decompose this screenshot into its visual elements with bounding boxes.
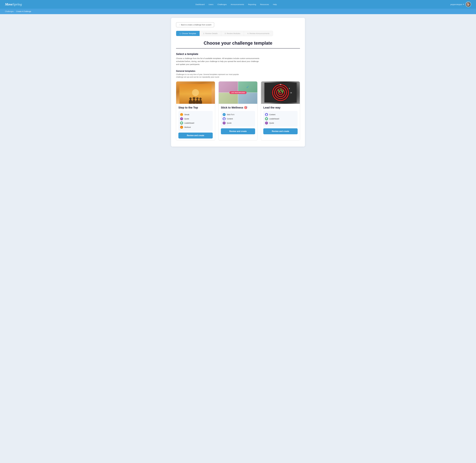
step-1[interactable]: 1. Choose Template (176, 31, 200, 36)
card-image-2: ✓ LAST RUN 09/01/2023 (219, 81, 257, 104)
nav-right: pepperstepper ▾ 🐕 (450, 2, 471, 7)
module-quote-2-label: Quote (227, 122, 231, 124)
step-3[interactable]: 3. Review Modules (221, 31, 244, 36)
content-card: ← Back to create a challenge from scratc… (171, 18, 305, 147)
breadcrumb-parent[interactable]: Challenges (5, 10, 14, 12)
section-title: Select a template (176, 53, 300, 56)
card-image-cell-2: ✓ (238, 81, 257, 92)
navbar: MoveSpring Dashboard Users Challenges An… (0, 0, 476, 9)
module-leaderboard: 📊 Leaderboard (180, 121, 211, 125)
checkmark-icon: ✓ (246, 85, 249, 89)
module-quote-2: ❝ Quote (223, 121, 254, 125)
avatar-image: 🐕 (466, 2, 471, 7)
streak-icon: 🔥 (180, 113, 183, 116)
step-2[interactable]: 2. Review Details (200, 31, 221, 36)
module-leaderboard-3-label: Leaderboard (269, 118, 279, 120)
workout-icon: 💪 (180, 126, 183, 129)
svg-text:6: 6 (289, 88, 290, 89)
svg-point-11 (199, 98, 202, 100)
module-leaderboard-3: 📊 Leaderboard (265, 117, 296, 121)
dartboard-svg: 20 6 13 (264, 83, 297, 103)
card-image-1 (176, 81, 215, 104)
template-card-lead-the-way: 20 6 13 (261, 81, 300, 140)
svg-text:20: 20 (280, 84, 281, 85)
module-workout-label: Workout (184, 126, 191, 128)
leaderboard-icon-3: 📊 (265, 117, 268, 120)
back-button[interactable]: ← Back to create a challenge from scratc… (176, 22, 214, 27)
nav-help[interactable]: Help (273, 3, 277, 5)
template-card-step-to-top: Step to the Top 🔥 Streak ❝ Quote 📊 Lea (176, 81, 215, 140)
card-title-3: Lead the way (263, 106, 298, 109)
module-stick: ✔ Stick To It (223, 112, 254, 117)
module-quote-3-label: Quote (269, 122, 274, 124)
breadcrumb-current: Create A Challenge (16, 10, 31, 12)
steps-bar: 1. Choose Template 2. Review Details 3. … (176, 31, 273, 36)
leaderboard-icon: 📊 (180, 122, 183, 125)
page-title: Choose your challenge template (176, 41, 300, 46)
main-wrapper: ← Back to create a challenge from scratc… (0, 14, 476, 153)
review-create-button-1[interactable]: Review and create (178, 133, 213, 139)
nav-announcements[interactable]: Announcements (231, 3, 244, 5)
card-title-1: Step to the Top (178, 106, 213, 109)
quote-icon-2: ❝ (223, 122, 226, 125)
quote-icon-3: ❝ (265, 122, 268, 125)
breadcrumb: Challenges › Create A Challenge (0, 9, 476, 14)
content-icon-3: 📄 (265, 113, 268, 116)
module-stick-label: Stick To It (227, 114, 234, 116)
module-streak: 🔥 Streak (180, 112, 211, 117)
card-body-3: Lead the way 📄 Content 📊 Leaderboard ❝ (261, 104, 300, 136)
breadcrumb-separator: › (15, 10, 15, 12)
module-quote-label: Quote (184, 118, 189, 120)
card-title-2: Stick to Wellness 🎯 (221, 106, 255, 109)
app-logo[interactable]: MoveSpring (5, 2, 22, 6)
step-4[interactable]: 4. Review Announcements (244, 31, 273, 36)
title-divider (176, 48, 300, 48)
card-modules-1: 🔥 Streak ❝ Quote 📊 Leaderboard 💪 (178, 111, 213, 131)
section-description: Choose a challenge from the list of avai… (176, 57, 260, 66)
module-workout: 💪 Workout (180, 125, 211, 129)
nav-user[interactable]: pepperstepper ▾ (450, 3, 464, 5)
nav-links: Dashboard Users Challenges Announcements… (195, 3, 277, 5)
card-modules-3: 📄 Content 📊 Leaderboard ❝ Quote (263, 111, 298, 127)
card-image-cell-4 (238, 93, 257, 104)
module-content: 📄 Content (223, 117, 254, 121)
review-create-button-2[interactable]: Review and create (221, 128, 255, 134)
module-content-label: Content (227, 118, 233, 120)
module-quote-3: ❝ Quote (265, 121, 296, 125)
review-create-button-3[interactable]: Review and create (263, 128, 298, 134)
card-image-3: 20 6 13 (261, 81, 300, 104)
svg-point-1 (192, 89, 199, 96)
module-quote: ❝ Quote (180, 117, 211, 121)
nav-resources[interactable]: Resources (260, 3, 269, 5)
nav-reporting[interactable]: Reporting (248, 3, 256, 5)
card-body-2: Stick to Wellness 🎯 ✔ Stick To It 📄 Cont… (219, 104, 257, 136)
module-content-3: 📄 Content (265, 112, 296, 117)
card-modules-2: ✔ Stick To It 📄 Content ❝ Quote (221, 111, 255, 127)
content-icon: 📄 (223, 117, 226, 120)
quote-icon: ❝ (180, 117, 183, 120)
chevron-down-icon: ▾ (463, 3, 464, 5)
nav-challenges[interactable]: Challenges (217, 3, 227, 5)
avatar[interactable]: 🐕 (466, 2, 471, 7)
module-streak-label: Streak (184, 114, 189, 116)
template-card-stick-to-wellness: ✓ LAST RUN 09/01/2023 Stick to Wellness … (219, 81, 258, 140)
card-image-cell-1 (219, 81, 238, 92)
card-image-cell-3 (219, 93, 238, 104)
module-leaderboard-label: Leaderboard (184, 122, 194, 124)
module-content-3-label: Content (269, 114, 275, 116)
card-image-svg-1 (179, 84, 212, 104)
nav-users[interactable]: Users (209, 3, 213, 5)
svg-point-3 (189, 98, 192, 100)
nav-dashboard[interactable]: Dashboard (195, 3, 204, 5)
last-run-badge: LAST RUN 09/01/2023 (229, 91, 247, 94)
subsection-title: General templates (176, 70, 300, 72)
card-body-1: Step to the Top 🔥 Streak ❝ Quote 📊 Lea (176, 104, 215, 140)
cards-grid: Step to the Top 🔥 Streak ❝ Quote 📊 Lea (176, 81, 300, 140)
stick-icon: ✔ (223, 113, 226, 116)
svg-text:13: 13 (290, 92, 292, 93)
subsection-description: Challenges to run any time of year. Gene… (176, 73, 243, 78)
